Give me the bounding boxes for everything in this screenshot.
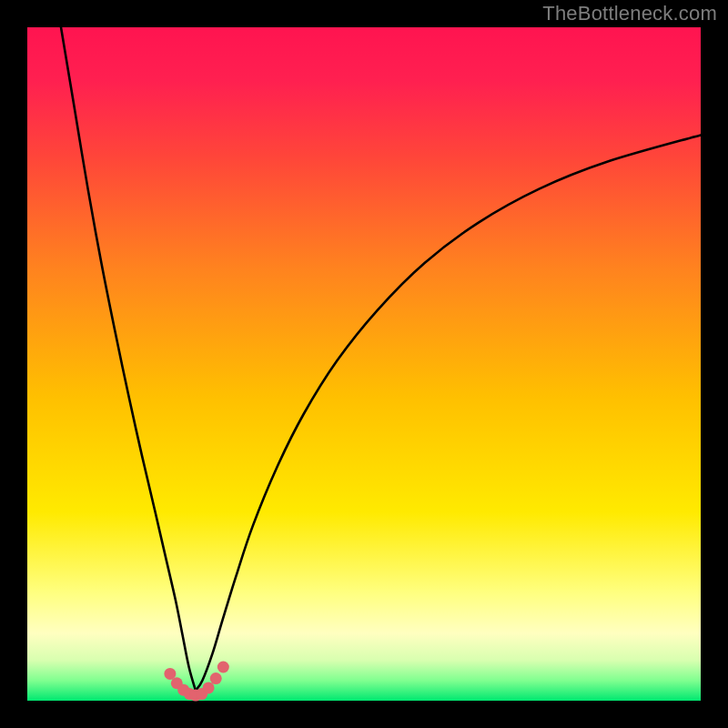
marker-point [203,682,215,693]
watermark-text: TheBottleneck.com [542,2,717,25]
marker-point [210,672,222,684]
gradient-background [27,27,701,701]
chart-frame: TheBottleneck.com [0,0,728,728]
bottleneck-chart [0,0,728,728]
marker-point [217,662,229,673]
